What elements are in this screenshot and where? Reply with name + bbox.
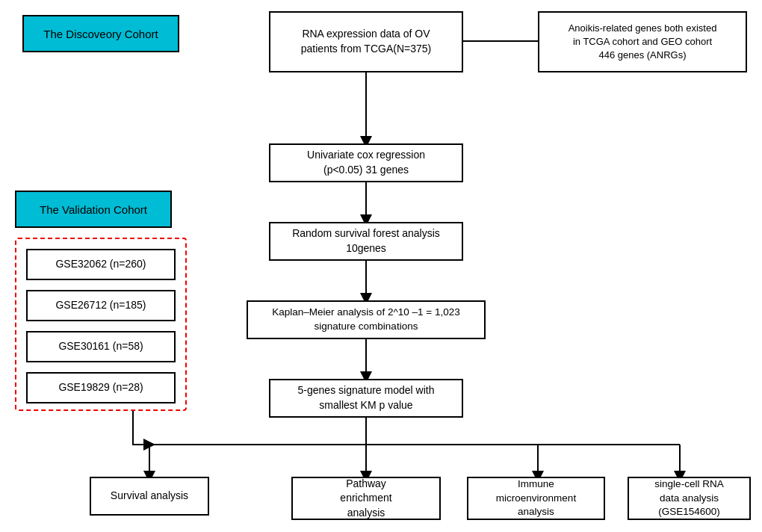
pathway-box: Pathwayenrichmentanalysis <box>291 477 441 520</box>
validation-cohort-label: The Validation Cohort <box>15 191 172 228</box>
gse32062-box: GSE32062 (n=260) <box>26 249 176 280</box>
anoikis-box: Anoikis-related genes both existedin TCG… <box>538 11 747 72</box>
survival-box: Survival analysis <box>90 477 209 516</box>
kaplan-meier-box: Kaplan–Meier analysis of 2^10 –1 = 1,023… <box>247 300 486 339</box>
diagram: The Discoveory Cohort RNA expression dat… <box>0 0 762 532</box>
random-forest-box: Random survival forest analysis10genes <box>269 222 463 261</box>
univariate-box: Univariate cox regression(p<0.05) 31 gen… <box>269 143 463 182</box>
fivegene-box: 5-genes signature model withsmallest KM … <box>269 379 463 418</box>
rna-box: RNA expression data of OVpatients from T… <box>269 11 463 72</box>
immune-box: Immunemicroenvironmentanalysis <box>467 477 605 520</box>
gse26712-box: GSE26712 (n=185) <box>26 290 176 321</box>
gse19829-box: GSE19829 (n=28) <box>26 372 176 403</box>
singlecell-box: single-cell RNAdata analysis(GSE154600) <box>628 477 751 520</box>
gse30161-box: GSE30161 (n=58) <box>26 331 176 362</box>
discovery-cohort-label: The Discoveory Cohort <box>22 15 179 52</box>
